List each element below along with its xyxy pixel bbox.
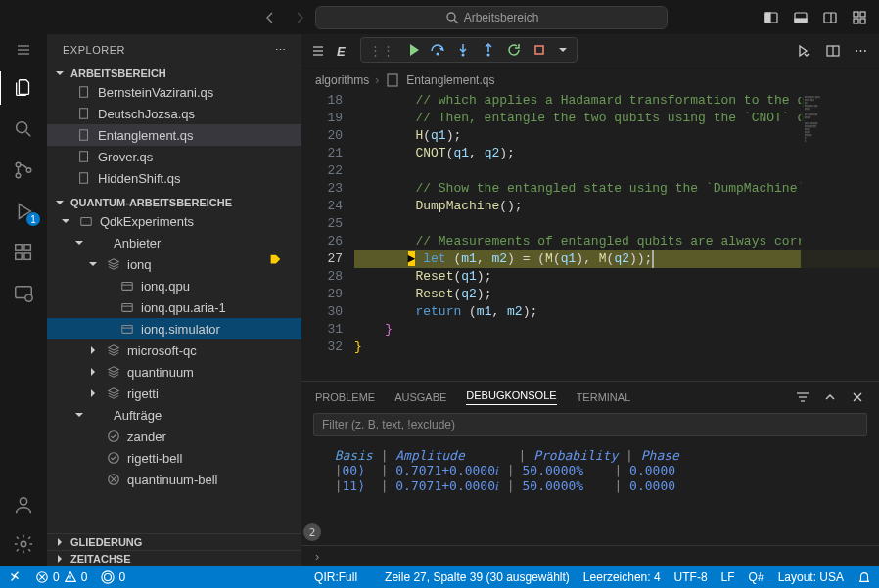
target-item[interactable]: ionq.simulator <box>47 318 301 339</box>
nav-forward-icon[interactable] <box>292 10 307 25</box>
svg-rect-19 <box>16 253 22 259</box>
remote-icon[interactable] <box>13 283 34 304</box>
breadcrumb[interactable]: algorithms › Entanglement.qs <box>301 68 879 92</box>
settings-gear-icon[interactable] <box>13 533 34 555</box>
sidebar-more-icon[interactable]: ⋯ <box>275 44 287 57</box>
status-bell-icon[interactable] <box>857 570 871 584</box>
code-editor[interactable]: 181920212223242526272829303132 // which … <box>301 92 879 381</box>
breadcrumb-segment[interactable]: Entanglement.qs <box>406 73 494 87</box>
search-icon <box>444 10 460 25</box>
continue-icon[interactable] <box>404 42 420 58</box>
explorer-icon[interactable] <box>13 77 34 99</box>
title-bar: Arbeitsbereich <box>0 0 879 34</box>
layout-secondary-icon[interactable] <box>822 10 838 25</box>
svg-rect-10 <box>860 19 865 23</box>
customize-layout-icon[interactable] <box>852 10 867 25</box>
status-qir[interactable]: QIR:Full <box>314 570 357 584</box>
stack-icon <box>106 343 121 357</box>
qs-file-icon <box>76 107 92 120</box>
status-layout[interactable]: Layout: USA <box>778 570 844 584</box>
file-item[interactable]: DeutschJozsa.qs <box>47 103 301 124</box>
svg-rect-5 <box>824 13 836 23</box>
file-item[interactable]: Grover.qs <box>47 146 301 167</box>
editor-tab[interactable]: E <box>337 44 346 59</box>
svg-point-45 <box>462 54 465 57</box>
file-item[interactable]: BernsteinVazirani.qs <box>47 81 301 103</box>
section-collapsed[interactable]: ZEITACHSE <box>47 550 301 566</box>
command-center[interactable]: Arbeitsbereich <box>315 6 668 29</box>
target-item[interactable]: ionq.qpu.aria-1 <box>47 296 301 318</box>
workspace-section[interactable]: ARBEITSBEREICH <box>47 66 301 81</box>
status-eol[interactable]: LF <box>721 570 735 584</box>
svg-rect-8 <box>860 12 865 17</box>
minimap[interactable]: ████ ███ ███████ █████████████ █████████… <box>801 92 879 381</box>
panel-tab[interactable]: AUSGABE <box>394 391 446 403</box>
svg-point-25 <box>21 541 26 547</box>
svg-point-56 <box>105 574 112 581</box>
restart-icon[interactable] <box>506 42 522 58</box>
job-item[interactable]: quantinuum-bell <box>47 469 301 490</box>
target-item[interactable]: ionq.qpu <box>47 275 301 296</box>
layout-panel-icon[interactable] <box>793 10 809 25</box>
panel-tab[interactable]: DEBUGKONSOLE <box>466 389 556 405</box>
stop-icon[interactable] <box>532 42 547 58</box>
quantum-section[interactable]: QUANTUM-ARBEITSBEREICHE <box>47 195 301 210</box>
menu-icon[interactable] <box>16 42 31 58</box>
breadcrumb-segment[interactable]: algorithms <box>315 73 369 87</box>
workspace-root[interactable]: QdkExperiments <box>47 210 301 232</box>
debug-console-input[interactable]: › <box>301 545 879 566</box>
status-language[interactable]: Q# <box>749 570 764 584</box>
status-ports[interactable]: 0 <box>101 570 125 584</box>
file-item[interactable]: Entanglement.qs <box>47 124 301 146</box>
debug-activity-icon[interactable]: 1 <box>13 201 34 222</box>
cloud-icon <box>78 214 94 228</box>
execution-pointer-icon <box>266 250 284 268</box>
editor-more-icon[interactable]: ⋯ <box>855 43 867 59</box>
status-encoding[interactable]: UTF-8 <box>674 570 708 584</box>
svg-rect-28 <box>80 130 88 141</box>
job-item[interactable]: rigetti-bell <box>47 447 301 469</box>
provider-ionq[interactable]: ionq <box>47 253 301 275</box>
provider-collapsed[interactable]: quantinuum <box>47 361 301 383</box>
account-icon[interactable] <box>13 494 34 516</box>
svg-point-23 <box>25 294 32 301</box>
svg-point-14 <box>17 122 27 133</box>
svg-rect-21 <box>24 245 30 250</box>
search-activity-icon[interactable] <box>13 118 34 140</box>
run-dropdown-icon[interactable] <box>796 43 811 59</box>
extensions-icon[interactable] <box>13 242 34 263</box>
bottom-panel: PROBLEMEAUSGABEDEBUGKONSOLETERMINAL Filt… <box>301 381 879 566</box>
anbieter-node[interactable]: Anbieter <box>47 232 301 253</box>
layout-primary-icon[interactable] <box>763 10 779 25</box>
section-collapsed[interactable]: GLIEDERUNG <box>47 533 301 550</box>
auftraege-node[interactable]: Aufträge <box>47 404 301 426</box>
provider-collapsed[interactable]: microsoft-qc <box>47 339 301 361</box>
file-item[interactable]: HiddenShift.qs <box>47 167 301 189</box>
job-item[interactable]: zander <box>47 426 301 447</box>
svg-rect-32 <box>122 283 133 291</box>
debug-grip-icon[interactable]: ⋮⋮ <box>369 43 394 58</box>
svg-point-44 <box>437 53 440 56</box>
status-cursor[interactable]: Zeile 27, Spalte 39 (30 ausgewählt) <box>385 570 570 584</box>
debug-console-output[interactable]: Basis | Amplitude | Probability | Phase … <box>301 442 879 545</box>
status-indent[interactable]: Leerzeichen: 4 <box>583 570 661 584</box>
svg-point-57 <box>102 571 114 583</box>
source-control-icon[interactable] <box>13 159 34 181</box>
debug-dropdown-icon[interactable] <box>557 44 569 56</box>
panel-tab[interactable]: TERMINAL <box>577 391 631 403</box>
step-over-icon[interactable] <box>430 42 445 58</box>
panel-close-icon[interactable] <box>850 389 865 405</box>
step-out-icon[interactable] <box>481 42 496 58</box>
tab-icon[interactable] <box>311 43 327 59</box>
provider-collapsed[interactable]: rigetti <box>47 383 301 404</box>
status-problems[interactable]: 0 0 <box>35 570 87 584</box>
split-editor-icon[interactable] <box>825 43 841 59</box>
status-remote[interactable] <box>8 570 22 584</box>
debug-filter-input[interactable]: Filter (z. B. text, !exclude) <box>313 413 867 436</box>
stack-icon <box>106 257 121 271</box>
panel-filter-icon[interactable] <box>795 389 810 405</box>
panel-tab[interactable]: PROBLEME <box>315 391 375 403</box>
nav-back-icon[interactable] <box>262 10 278 25</box>
panel-maximize-icon[interactable] <box>822 389 838 405</box>
step-into-icon[interactable] <box>455 42 471 58</box>
